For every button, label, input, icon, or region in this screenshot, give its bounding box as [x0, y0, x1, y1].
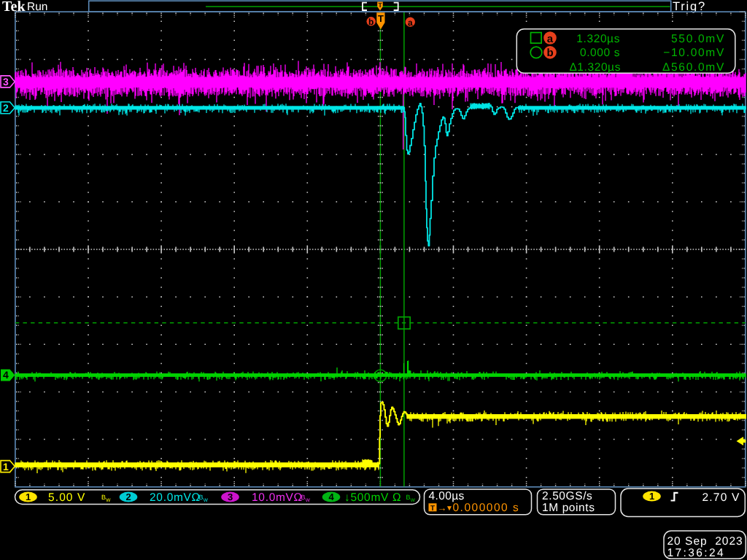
svg-text:W: W — [106, 498, 111, 503]
svg-text:4.00µs: 4.00µs — [429, 490, 465, 502]
svg-text:a: a — [547, 33, 554, 45]
svg-text:Δ1.320µs: Δ1.320µs — [569, 61, 621, 74]
svg-text:17:36:24: 17:36:24 — [667, 547, 726, 559]
svg-text:W: W — [306, 498, 311, 503]
svg-text:4: 4 — [328, 491, 334, 502]
svg-text:20.0mVΩ: 20.0mVΩ — [150, 491, 201, 504]
svg-text:2.70 V: 2.70 V — [702, 491, 740, 504]
svg-text:b: b — [368, 17, 374, 27]
svg-text:2.50GS/s: 2.50GS/s — [542, 490, 592, 502]
svg-text:Δ560.0mV: Δ560.0mV — [662, 61, 725, 74]
svg-text:a: a — [408, 18, 413, 28]
svg-text:1: 1 — [649, 491, 654, 502]
svg-text:2: 2 — [3, 102, 9, 114]
svg-text:B: B — [406, 494, 411, 501]
svg-text:B: B — [301, 494, 306, 501]
svg-text:5.00 V: 5.00 V — [48, 491, 85, 504]
svg-text:10.0mVΩ: 10.0mVΩ — [252, 491, 303, 504]
svg-text:550.0mV: 550.0mV — [671, 33, 725, 45]
svg-text:T: T — [378, 1, 382, 9]
svg-text:b: b — [546, 47, 553, 59]
svg-text:1: 1 — [26, 491, 31, 502]
svg-text:2: 2 — [125, 491, 131, 502]
svg-text:W: W — [204, 498, 209, 503]
svg-text:W: W — [411, 498, 416, 503]
svg-text:−10.00mV: −10.00mV — [663, 47, 725, 59]
svg-text:B: B — [199, 494, 204, 501]
svg-text:20 Sep 2023: 20 Sep 2023 — [667, 535, 743, 548]
svg-text:0.000 s: 0.000 s — [580, 47, 620, 59]
svg-text:T: T — [430, 505, 435, 513]
svg-text:▼: ▼ — [446, 505, 453, 513]
svg-text:1.320µs: 1.320µs — [576, 33, 620, 45]
svg-text:Run: Run — [27, 1, 47, 13]
svg-text:4: 4 — [3, 369, 9, 381]
svg-text:↓500mV Ω: ↓500mV Ω — [344, 491, 401, 504]
svg-text:3: 3 — [3, 76, 9, 88]
svg-text:0.000000 s: 0.000000 s — [453, 502, 520, 514]
svg-text:1: 1 — [3, 461, 9, 472]
svg-text:T: T — [378, 13, 384, 24]
svg-text:B: B — [101, 494, 106, 501]
svg-text:Trig?: Trig? — [673, 0, 706, 13]
svg-text:3: 3 — [228, 491, 233, 502]
svg-text:1M points: 1M points — [542, 502, 595, 514]
